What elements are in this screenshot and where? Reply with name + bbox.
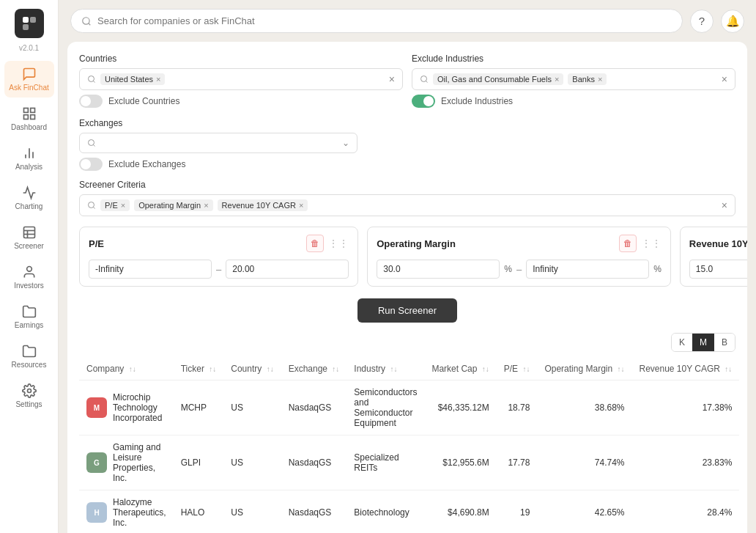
- exclude-countries-toggle[interactable]: [79, 95, 103, 108]
- exchanges-section: Exchanges ⌄ Exclude Exchanges: [79, 118, 735, 171]
- criteria-tag-revcagr: Revenue 10Y CAGR ×: [218, 199, 308, 211]
- industries-input[interactable]: Oil, Gas and Consumable Fuels × Banks × …: [412, 68, 735, 90]
- table-row[interactable]: H Halozyme Therapeutics, Inc. HALO US Na…: [79, 490, 739, 534]
- svg-point-22: [89, 140, 94, 146]
- industries-filter: Exclude Industries Oil, Gas and Consumab…: [412, 54, 735, 108]
- metric-opmargin-drag[interactable]: ⋮⋮: [641, 238, 662, 249]
- metric-opmargin-from[interactable]: [377, 260, 500, 279]
- metric-pe-range: –: [89, 260, 349, 279]
- col-op-margin[interactable]: Operating Margin ↑↓: [537, 358, 631, 381]
- countries-input[interactable]: United States × ×: [79, 68, 403, 90]
- cell-marketcap-0: $46,335.12M: [424, 381, 496, 435]
- search-small-icon4: [87, 201, 96, 210]
- cell-marketcap-2: $4,690.8M: [424, 490, 496, 534]
- sidebar-item-earnings[interactable]: Earnings: [4, 298, 54, 335]
- metric-card-opmargin-header: Operating Margin 🗑 ⋮⋮: [377, 235, 662, 252]
- industries-clear[interactable]: ×: [722, 73, 727, 85]
- metric-pe-from[interactable]: [89, 260, 212, 279]
- metric-pe-delete[interactable]: 🗑: [306, 235, 324, 252]
- svg-point-16: [83, 17, 89, 23]
- exchanges-input[interactable]: ⌄: [79, 133, 357, 153]
- topbar: ? 🔔: [59, 0, 756, 42]
- criteria-tag-opmargin-close[interactable]: ×: [204, 202, 208, 210]
- run-screener-button[interactable]: Run Screener: [357, 298, 457, 323]
- cell-exchange-0: NasdaqGS: [281, 381, 347, 435]
- metric-card-pe: P/E 🗑 ⋮⋮ –: [79, 227, 358, 287]
- col-exchange[interactable]: Exchange ↑↓: [281, 358, 347, 381]
- cell-revcagr-1: 23.83%: [631, 435, 739, 490]
- criteria-clear[interactable]: ×: [722, 199, 727, 211]
- view-b-button[interactable]: B: [714, 334, 735, 351]
- notifications-button[interactable]: 🔔: [721, 10, 744, 33]
- exchanges-label: Exchanges: [79, 118, 735, 128]
- search-input[interactable]: [97, 15, 672, 26]
- industry-tag-banks: Banks ×: [568, 73, 607, 85]
- search-icon: [81, 16, 92, 26]
- sidebar-item-investors[interactable]: Investors: [4, 259, 54, 295]
- exclude-industries-row: Exclude Industries: [412, 95, 735, 108]
- earnings-icon: [22, 304, 37, 319]
- app-logo: [15, 9, 44, 38]
- criteria-tag-pe-close[interactable]: ×: [121, 202, 125, 210]
- sidebar-item-ask[interactable]: Ask FinChat: [4, 61, 54, 98]
- svg-line-19: [93, 81, 94, 82]
- exchanges-search-input[interactable]: [100, 138, 338, 148]
- metric-pe-title: P/E: [89, 238, 104, 249]
- metric-revcagr-from[interactable]: [689, 260, 747, 279]
- sidebar-item-dashboard-label: Dashboard: [11, 123, 47, 131]
- cell-exchange-1: NasdaqGS: [281, 435, 347, 490]
- sidebar-item-charting[interactable]: Charting: [4, 180, 54, 216]
- col-industry[interactable]: Industry ↑↓: [346, 358, 424, 381]
- help-button[interactable]: ?: [690, 10, 714, 33]
- view-m-button[interactable]: M: [692, 334, 714, 351]
- criteria-input[interactable]: P/E × Operating Margin × Revenue 10Y CAG…: [79, 194, 735, 216]
- countries-clear[interactable]: ×: [389, 73, 395, 85]
- col-market-cap[interactable]: Market Cap ↑↓: [424, 358, 496, 381]
- industry-tag-banks-close[interactable]: ×: [598, 76, 602, 84]
- svg-point-20: [421, 76, 427, 82]
- sidebar-item-earnings-label: Earnings: [15, 321, 43, 329]
- metric-pe-to[interactable]: [226, 260, 349, 279]
- cell-revcagr-0: 17.38%: [631, 381, 739, 435]
- cell-industry-0: Semiconductors and Semiconductor Equipme…: [346, 381, 424, 435]
- sidebar-item-settings[interactable]: Settings: [4, 378, 54, 414]
- cell-country-0: US: [223, 381, 281, 435]
- company-logo-0: M: [86, 397, 107, 418]
- svg-rect-0: [23, 17, 29, 23]
- cell-company-2: H Halozyme Therapeutics, Inc.: [79, 490, 174, 534]
- table-row[interactable]: G Gaming and Leisure Properties, Inc. GL…: [79, 435, 739, 490]
- col-company[interactable]: Company ↑↓: [79, 358, 174, 381]
- exclude-exchanges-toggle[interactable]: [79, 158, 103, 171]
- metric-opmargin-delete[interactable]: 🗑: [619, 235, 637, 252]
- cell-exchange-2: NasdaqGS: [281, 490, 347, 534]
- col-rev-cagr[interactable]: Revenue 10Y CAGR ↑↓: [631, 358, 739, 381]
- table-row[interactable]: M Microchip Technology Incorporated MCHP…: [79, 381, 739, 435]
- metric-opmargin-actions: 🗑 ⋮⋮: [619, 235, 662, 252]
- col-country[interactable]: Country ↑↓: [223, 358, 281, 381]
- criteria-tag-revcagr-close[interactable]: ×: [299, 202, 303, 210]
- sidebar-item-resources[interactable]: Resources: [4, 338, 54, 375]
- svg-point-15: [27, 389, 31, 393]
- metric-pe-actions: 🗑 ⋮⋮: [306, 235, 349, 252]
- results-table: Company ↑↓ Ticker ↑↓ Country ↑↓ Exchange…: [79, 358, 739, 533]
- svg-rect-6: [23, 115, 28, 120]
- country-tag-us-close[interactable]: ×: [156, 76, 160, 84]
- cell-pe-1: 17.78: [497, 435, 538, 490]
- sidebar-item-screener[interactable]: Screener: [4, 219, 54, 256]
- cell-country-2: US: [223, 490, 281, 534]
- sidebar-item-dashboard[interactable]: Dashboard: [4, 100, 54, 137]
- cell-company-1: G Gaming and Leisure Properties, Inc.: [79, 435, 174, 490]
- exclude-industries-toggle[interactable]: [412, 95, 435, 108]
- sidebar-item-analysis[interactable]: Analysis: [4, 140, 54, 177]
- view-k-button[interactable]: K: [672, 334, 692, 351]
- svg-point-24: [89, 202, 94, 208]
- metric-card-pe-header: P/E 🗑 ⋮⋮: [89, 235, 349, 252]
- industry-tag-oil-close[interactable]: ×: [555, 76, 559, 84]
- search-bar[interactable]: [70, 9, 683, 33]
- metric-pe-drag[interactable]: ⋮⋮: [328, 238, 349, 249]
- col-ticker[interactable]: Ticker ↑↓: [174, 358, 224, 381]
- col-pe[interactable]: P/E ↑↓: [497, 358, 538, 381]
- metric-opmargin-to[interactable]: [526, 260, 649, 279]
- metric-card-revcagr: Revenue 10Y CAGR 🗑 ⋮⋮ % – %: [680, 227, 747, 287]
- metric-opmargin-title: Operating Margin: [377, 238, 456, 249]
